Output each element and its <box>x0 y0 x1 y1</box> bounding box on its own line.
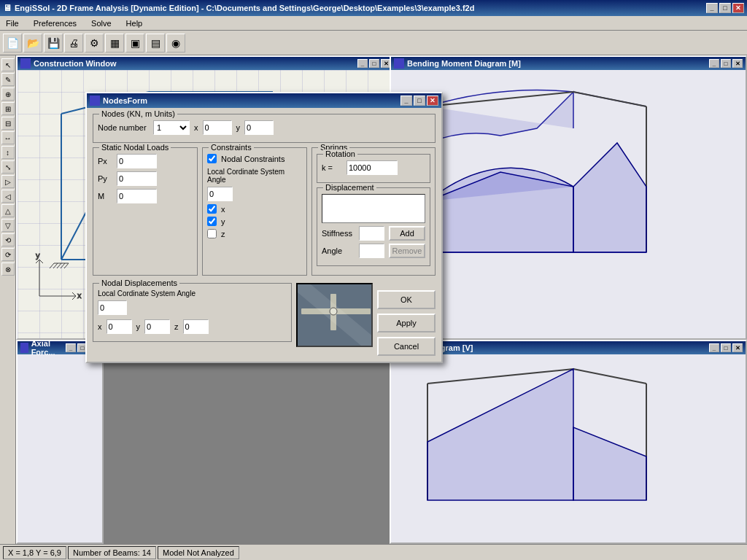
left-btn-11[interactable]: △ <box>1 204 15 217</box>
nodes-form-close[interactable]: ✕ <box>427 96 438 106</box>
nodes-form-title: NodesForm <box>103 96 147 105</box>
apply-button[interactable]: Apply <box>377 314 436 332</box>
k-input[interactable] <box>347 160 398 175</box>
y-coord-label: y <box>236 123 241 132</box>
constraints-title: Constraints <box>209 143 254 152</box>
left-btn-10[interactable]: ◁ <box>1 190 15 203</box>
angle-input[interactable] <box>359 244 384 258</box>
springs-group: Springs Rotation k = D <box>311 147 436 276</box>
cancel-button[interactable]: Cancel <box>377 337 436 356</box>
disp-z-label: z <box>174 322 179 331</box>
remove-button[interactable]: Remove <box>389 244 425 258</box>
px-input[interactable] <box>117 154 157 168</box>
analysis-text: Model Not Analyzed <box>163 548 234 557</box>
menu-file[interactable]: File <box>3 18 22 29</box>
toolbar-btn5[interactable]: ⚙ <box>85 34 104 52</box>
stiffness-input[interactable] <box>359 226 384 241</box>
coordinates-pane: X = 1,8 Y = 6,9 <box>3 546 66 559</box>
left-btn-2[interactable]: ✎ <box>1 73 15 86</box>
left-btn-5[interactable]: ⊟ <box>1 117 15 130</box>
py-row: Py <box>98 171 193 186</box>
node-image-svg <box>298 283 371 347</box>
m-input[interactable] <box>117 189 157 203</box>
left-toolbar: ↖ ✎ ⊕ ⊞ ⊟ ↔ ↕ ⤡ ▷ ◁ △ ▽ ⟲ ⟳ ⊗ <box>0 55 16 544</box>
checkbox-z-label: z <box>221 230 225 238</box>
menu-solve[interactable]: Solve <box>88 18 115 29</box>
disp-y-label: y <box>136 322 141 331</box>
left-btn-9[interactable]: ▷ <box>1 175 15 188</box>
action-buttons: OK Apply Cancel <box>377 283 436 356</box>
minimize-button[interactable]: _ <box>706 3 718 13</box>
nodal-displacements-group: Nodal Displacements Local Cordinate Syst… <box>93 283 292 342</box>
toolbar-open[interactable]: 📂 <box>23 34 42 52</box>
checkbox-y-label: y <box>221 217 225 226</box>
nodes-form-maximize[interactable]: □ <box>414 96 425 106</box>
maximize-button[interactable]: □ <box>719 3 731 13</box>
x-coord-input[interactable] <box>203 120 232 135</box>
nodes-form-content: Nodes (KN, m Units) Node number 1 x y <box>87 108 441 362</box>
node-number-row: Node number 1 x y <box>98 120 430 135</box>
displacement-list[interactable] <box>322 194 425 223</box>
checkbox-y[interactable] <box>207 217 217 226</box>
ok-button[interactable]: OK <box>377 290 436 309</box>
nodal-constraints-row: Nodal Constraints <box>207 154 302 163</box>
middle-section: Static Nodal Loads Px Py M <box>93 147 436 280</box>
node-number-select[interactable]: 1 <box>153 120 190 135</box>
disp-x-input[interactable] <box>107 319 132 334</box>
main-area: ↖ ✎ ⊕ ⊞ ⊟ ↔ ↕ ⤡ ▷ ◁ △ ▽ ⟲ ⟳ ⊗ Constructi… <box>0 55 747 544</box>
left-btn-14[interactable]: ⟳ <box>1 248 15 261</box>
close-button[interactable]: ✕ <box>732 3 744 13</box>
nodes-form-title-bar: NodesForm _ □ ✕ <box>87 93 441 108</box>
left-btn-15[interactable]: ⊗ <box>1 262 15 276</box>
constraints-group: Constraints Nodal Constraints Local Cord… <box>202 147 307 276</box>
m-row: M <box>98 189 193 203</box>
menu-preferences[interactable]: Preferences <box>31 18 80 29</box>
checkbox-x-label: x <box>221 205 225 214</box>
nodal-displacements-title: Nodal Displacements <box>99 279 179 287</box>
left-btn-13[interactable]: ⟲ <box>1 233 15 246</box>
left-btn-1[interactable]: ↖ <box>1 58 15 71</box>
rotation-title: Rotation <box>323 149 357 158</box>
nodes-form-minimize[interactable]: _ <box>400 96 412 106</box>
app-icon: 🖥 <box>3 3 12 13</box>
x-coord-label: x <box>194 123 198 132</box>
disp-z-input[interactable] <box>183 319 209 334</box>
beams-text: Number of Beams: 14 <box>73 548 151 557</box>
toolbar-btn6[interactable]: ▦ <box>105 34 124 52</box>
toolbar-save[interactable]: 💾 <box>44 34 63 52</box>
checkbox-z[interactable] <box>207 229 217 238</box>
left-btn-8[interactable]: ⤡ <box>1 160 15 174</box>
bottom-section: Nodal Displacements Local Cordinate Syst… <box>93 283 436 356</box>
status-bar: X = 1,8 Y = 6,9 Number of Beams: 14 Mode… <box>0 544 747 560</box>
nodal-constraints-checkbox[interactable] <box>207 154 217 163</box>
node-image <box>296 283 373 347</box>
coordinates-text: X = 1,8 Y = 6,9 <box>8 548 61 557</box>
toolbar-btn7[interactable]: ▣ <box>125 34 144 52</box>
left-btn-12[interactable]: ▽ <box>1 219 15 232</box>
checkbox-z-row: z <box>207 229 302 238</box>
disp-y-input[interactable] <box>144 319 170 334</box>
k-row: k = <box>322 160 425 175</box>
toolbar: 📄 📂 💾 🖨 ⚙ ▦ ▣ ▤ ◉ <box>0 31 747 55</box>
analysis-pane: Model Not Analyzed <box>158 546 239 559</box>
checkbox-x[interactable] <box>207 204 217 214</box>
left-btn-7[interactable]: ↕ <box>1 146 15 159</box>
m-label: M <box>98 192 112 201</box>
checkbox-x-row: x <box>207 204 302 214</box>
left-btn-4[interactable]: ⊞ <box>1 102 15 115</box>
left-btn-3[interactable]: ⊕ <box>1 88 15 101</box>
app-title: EngiSSol - 2D Frame Analysis [Dynamic Ed… <box>15 4 474 12</box>
menu-help[interactable]: Help <box>123 18 146 29</box>
toolbar-btn8[interactable]: ▤ <box>146 34 165 52</box>
toolbar-print[interactable]: 🖨 <box>64 34 83 52</box>
y-coord-input[interactable] <box>244 120 274 135</box>
local-disp-angle-input[interactable] <box>98 300 127 315</box>
local-angle-input[interactable] <box>207 187 233 201</box>
modal-overlay: NodesForm _ □ ✕ Nodes (KN, m Units) Node <box>16 55 747 544</box>
add-button[interactable]: Add <box>389 226 425 241</box>
toolbar-new[interactable]: 📄 <box>3 34 22 52</box>
toolbar-btn9[interactable]: ◉ <box>166 34 185 52</box>
py-input[interactable] <box>117 171 157 186</box>
left-btn-6[interactable]: ↔ <box>1 131 15 144</box>
disp-x-label: x <box>98 322 102 331</box>
